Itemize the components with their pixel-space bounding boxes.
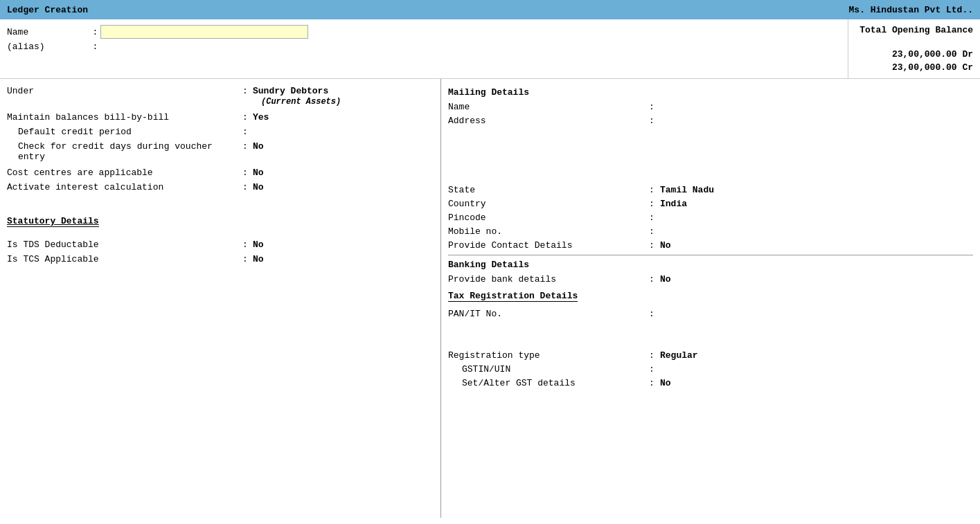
tds-row: Is TDS Deductable : No [7, 240, 434, 250]
reg-type-colon: : [649, 350, 660, 361]
maintain-value: Yes [253, 112, 269, 123]
header-bar: Ledger Creation Ms. Hindustan Pvt Ltd.. [0, 0, 980, 19]
check-credit-row: Check for credit days during voucher ent… [7, 141, 434, 162]
alias-colon: : [90, 42, 100, 52]
country-row: Country : India [448, 199, 973, 209]
right-panel: Mailing Details Name : Address : State :… [441, 79, 980, 518]
panit-label: PAN/IT No. [448, 309, 649, 319]
panit-colon: : [649, 309, 660, 319]
provide-bank-value: No [660, 274, 671, 284]
tcs-colon: : [242, 254, 253, 264]
gstin-colon: : [649, 364, 660, 374]
set-alter-label: Set/Alter GST details [448, 378, 649, 388]
activate-interest-colon: : [242, 182, 253, 192]
banking-heading: Banking Details [448, 260, 973, 270]
maintain-label: Maintain balances bill-by-bill [7, 112, 242, 123]
reg-type-row: Registration type : Regular [448, 350, 973, 361]
pincode-row: Pincode : [448, 213, 973, 223]
cost-centres-value: No [253, 168, 264, 178]
alias-field-row: (alias) : [7, 42, 841, 52]
set-alter-colon: : [649, 378, 660, 388]
mailing-name-row: Name : [448, 102, 973, 112]
activate-interest-row: Activate interest calculation : No [7, 182, 434, 192]
cost-centres-label: Cost centres are applicable [7, 168, 242, 178]
provide-bank-colon: : [649, 274, 660, 284]
default-credit-colon: : [242, 127, 253, 137]
panit-spacer [448, 323, 973, 350]
mailing-heading: Mailing Details [448, 87, 973, 98]
gstin-label: GSTIN/UIN [448, 364, 649, 374]
statutory-section: Statutory Details [7, 206, 434, 234]
amount-cr: 23,00,000.00 Cr [855, 62, 973, 73]
name-field-row: Name : [7, 25, 841, 39]
pincode-colon: : [649, 213, 660, 223]
amount-dr: 23,00,000.00 Dr [855, 49, 973, 60]
mailing-name-colon: : [649, 102, 660, 112]
tds-value: No [253, 240, 264, 250]
maintain-colon: : [242, 112, 253, 123]
tcs-row: Is TCS Applicable : No [7, 254, 434, 264]
divider-1 [448, 255, 973, 255]
mobile-row: Mobile no. : [448, 226, 973, 237]
provide-contact-value: No [660, 240, 671, 251]
mailing-address-colon: : [649, 116, 660, 126]
name-colon: : [90, 27, 100, 37]
address-spacer [448, 129, 973, 185]
under-value-text: Sundry Debtors [253, 86, 328, 96]
top-left: Name : (alias) : [0, 19, 848, 78]
top-section: Name : (alias) : Total Opening Balance 2… [0, 19, 980, 79]
activate-interest-label: Activate interest calculation [7, 182, 242, 192]
tax-reg-heading: Tax Registration Details [448, 291, 578, 302]
tds-colon: : [242, 240, 253, 250]
provide-contact-row: Provide Contact Details : No [448, 240, 973, 251]
country-value: India [660, 199, 687, 209]
under-value: Sundry Debtors (Current Assets) [253, 86, 341, 107]
cost-centres-colon: : [242, 168, 253, 178]
mobile-colon: : [649, 226, 660, 237]
under-sub: (Current Assets) [253, 97, 341, 107]
under-colon: : [242, 86, 253, 96]
check-credit-colon: : [242, 141, 253, 152]
name-label: Name [7, 27, 90, 37]
tcs-value: No [253, 254, 264, 264]
reg-type-label: Registration type [448, 350, 649, 361]
maintain-row: Maintain balances bill-by-bill : Yes [7, 112, 434, 123]
tds-label: Is TDS Deductable [7, 240, 242, 250]
provide-bank-label: Provide bank details [448, 274, 649, 284]
provide-bank-row: Provide bank details : No [448, 274, 973, 284]
default-credit-label: Default credit period [7, 127, 242, 137]
under-row: Under : Sundry Debtors (Current Assets) [7, 86, 434, 107]
mailing-name-label: Name [448, 102, 649, 112]
name-input[interactable] [100, 25, 308, 39]
country-label: Country [448, 199, 649, 209]
mobile-label: Mobile no. [448, 226, 649, 237]
tax-reg-section: Tax Registration Details [448, 288, 973, 306]
state-row: State : Tamil Nadu [448, 185, 973, 195]
check-credit-value: No [253, 141, 264, 152]
main-content: Under : Sundry Debtors (Current Assets) … [0, 79, 980, 518]
mailing-address-label: Address [448, 116, 649, 126]
set-alter-value: No [660, 378, 671, 388]
top-right: Total Opening Balance 23,00,000.00 Dr 23… [848, 19, 980, 78]
total-opening-title: Total Opening Balance [855, 25, 973, 35]
tcs-label: Is TCS Applicable [7, 254, 242, 264]
state-label: State [448, 185, 649, 195]
header-title: Ledger Creation [7, 5, 88, 15]
left-panel: Under : Sundry Debtors (Current Assets) … [0, 79, 441, 518]
alias-label: (alias) [7, 42, 90, 52]
provide-contact-label: Provide Contact Details [448, 240, 649, 251]
state-colon: : [649, 185, 660, 195]
mailing-address-row: Address : [448, 116, 973, 126]
under-label: Under [7, 86, 242, 96]
default-credit-row: Default credit period : [7, 127, 434, 137]
cost-centres-row: Cost centres are applicable : No [7, 168, 434, 178]
header-company: Ms. Hindustan Pvt Ltd.. [849, 5, 973, 15]
pincode-label: Pincode [448, 213, 649, 223]
gstin-row: GSTIN/UIN : [448, 364, 973, 374]
set-alter-row: Set/Alter GST details : No [448, 378, 973, 388]
check-credit-label: Check for credit days during voucher ent… [7, 141, 242, 162]
state-value: Tamil Nadu [660, 185, 714, 195]
country-colon: : [649, 199, 660, 209]
activate-interest-value: No [253, 182, 264, 192]
provide-contact-colon: : [649, 240, 660, 251]
